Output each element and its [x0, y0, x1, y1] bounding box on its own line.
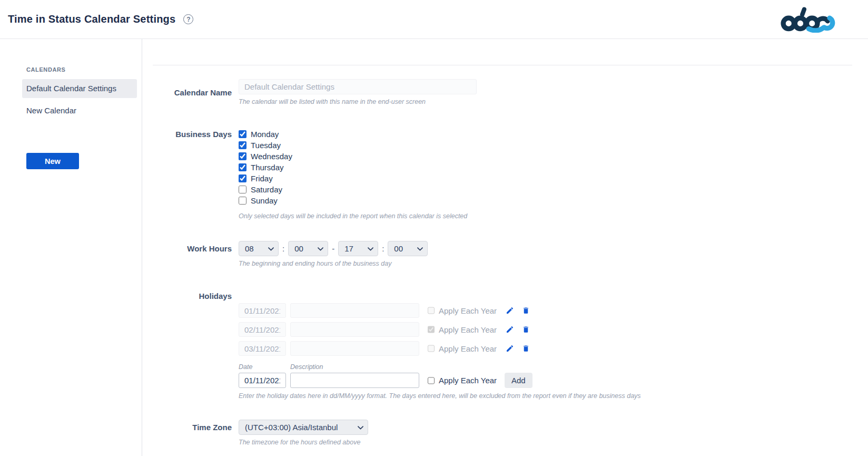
new-holiday-row: Apply Each Year Add [239, 373, 852, 388]
pencil-icon [506, 325, 514, 334]
calendar-name-input[interactable] [239, 79, 477, 94]
work-hours-help: The beginning and ending hours of the bu… [239, 260, 852, 267]
business-days-help: Only selected days will be included in t… [239, 212, 852, 220]
apply-each-year-label: Apply Each Year [439, 376, 497, 385]
holidays-help: Enter the holiday dates here in dd/MM/yy… [239, 392, 852, 400]
apply-each-year-checkbox [428, 307, 435, 314]
business-day-sunday: Sunday [239, 195, 852, 206]
delete-holiday-button[interactable] [522, 325, 530, 334]
apply-each-year-label: Apply Each Year [439, 344, 497, 353]
holiday-date-field [239, 303, 286, 318]
monday-checkbox[interactable] [239, 130, 246, 138]
saturday-checkbox[interactable] [239, 186, 246, 193]
sidebar-item-label: Default Calendar Settings [26, 84, 116, 93]
thursday-checkbox[interactable] [239, 163, 246, 171]
holiday-description-field [290, 341, 419, 356]
edit-holiday-button[interactable] [506, 325, 514, 334]
friday-checkbox[interactable] [239, 174, 246, 182]
holiday-description-field [290, 303, 419, 318]
new-holiday-date-input[interactable] [239, 373, 286, 388]
sidebar-heading: CALENDARS [22, 66, 136, 73]
apply-each-year-label: Apply Each Year [439, 325, 497, 334]
business-day-friday: Friday [239, 173, 852, 184]
calendar-name-label: Calendar Name [153, 88, 232, 97]
settings-form: Calendar Name The calendar will be liste… [142, 39, 868, 456]
pencil-icon [506, 306, 514, 315]
start-hour-select[interactable]: 08 [239, 241, 279, 256]
business-day-wednesday: Wednesday [239, 151, 852, 162]
day-label: Friday [251, 174, 273, 183]
sidebar-item-new-calendar[interactable]: New Calendar [22, 101, 137, 120]
end-minute-select[interactable]: 00 [388, 241, 428, 256]
tuesday-checkbox[interactable] [239, 141, 246, 149]
calendar-name-help: The calendar will be listed with this na… [239, 98, 852, 105]
business-day-tuesday: Tuesday [239, 140, 852, 151]
time-zone-label: Time Zone [153, 423, 232, 432]
new-holiday-description-input[interactable] [290, 373, 419, 388]
page-header: Time in Status Calendar Settings ? [0, 0, 868, 39]
obss-logo-icon [780, 6, 854, 33]
divider [153, 65, 852, 65]
description-column-label: Description [290, 363, 323, 371]
range-separator: - [332, 244, 334, 253]
date-column-label: Date [239, 363, 290, 371]
business-day-monday: Monday [239, 129, 852, 140]
time-zone-select[interactable]: (UTC+03:00) Asia/Istanbul [239, 420, 368, 435]
business-day-thursday: Thursday [239, 162, 852, 173]
time-zone-help: The timezone for the hours defined above [239, 439, 852, 446]
work-hours-label: Work Hours [153, 244, 232, 253]
sidebar-item-label: New Calendar [26, 106, 76, 115]
day-label: Saturday [251, 185, 282, 194]
edit-holiday-button[interactable] [506, 344, 514, 353]
holiday-date-field [239, 322, 286, 337]
delete-holiday-button[interactable] [522, 344, 530, 353]
help-icon[interactable]: ? [183, 14, 193, 24]
page-title: Time in Status Calendar Settings [8, 13, 175, 25]
business-days-label: Business Days [153, 130, 232, 139]
new-calendar-button[interactable]: New [26, 153, 79, 169]
wednesday-checkbox[interactable] [239, 152, 246, 160]
time-separator: : [382, 244, 384, 253]
edit-holiday-button[interactable] [506, 306, 514, 315]
calendars-sidebar: CALENDARS Default Calendar Settings New … [0, 39, 142, 456]
business-day-saturday: Saturday [239, 184, 852, 195]
day-label: Monday [251, 130, 279, 139]
add-holiday-button[interactable]: Add [505, 373, 532, 388]
time-separator: : [282, 244, 284, 253]
holiday-row: Apply Each Year [239, 322, 852, 337]
holidays-label: Holidays [153, 292, 232, 300]
apply-each-year-checkbox[interactable] [428, 377, 435, 384]
holiday-description-field [290, 322, 419, 337]
holiday-row: Apply Each Year [239, 303, 852, 318]
day-label: Wednesday [251, 152, 292, 161]
holiday-row: Apply Each Year [239, 341, 852, 356]
holiday-date-field [239, 341, 286, 356]
apply-each-year-label: Apply Each Year [439, 306, 497, 315]
day-label: Tuesday [251, 141, 281, 150]
apply-each-year-checkbox [428, 326, 435, 333]
start-minute-select[interactable]: 00 [288, 241, 328, 256]
pencil-icon [506, 344, 514, 353]
end-hour-select[interactable]: 17 [338, 241, 378, 256]
sidebar-item-default-calendar[interactable]: Default Calendar Settings [22, 79, 137, 98]
day-label: Thursday [251, 163, 284, 172]
trash-icon [522, 344, 530, 353]
trash-icon [522, 306, 530, 315]
day-label: Sunday [251, 196, 278, 205]
apply-each-year-checkbox [428, 345, 435, 352]
trash-icon [522, 325, 530, 334]
sunday-checkbox[interactable] [239, 197, 246, 205]
delete-holiday-button[interactable] [522, 306, 530, 315]
